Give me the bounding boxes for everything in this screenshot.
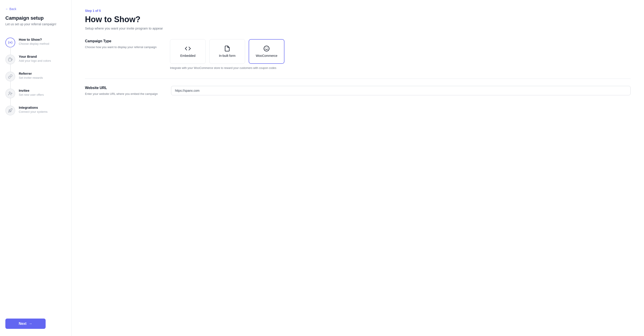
next-button[interactable]: Next → [5, 318, 46, 329]
step-name-how-to-show: How to Show? [19, 38, 66, 41]
website-url-title: Website URL [85, 86, 158, 90]
inbuilt-form-label: In-built form [219, 54, 236, 58]
step-item-invitee[interactable]: Invitee Set new user offers [5, 85, 66, 102]
step-icon-referrer [5, 72, 15, 81]
sidebar: ← Back Campaign setup Let us set up your… [0, 0, 72, 336]
step-icon-integrations [5, 106, 15, 115]
arrow-right-icon: → [28, 322, 32, 326]
step-text-referrer: Referrer Set inviter rewards [19, 72, 66, 79]
step-label: Step 1 of 5 [85, 9, 630, 13]
campaign-type-label: Campaign Type Choose how you want to dis… [85, 39, 156, 50]
type-card-inbuilt-form[interactable]: In-built form [209, 39, 245, 64]
step-desc-integrations: Connect your systems [19, 110, 66, 113]
sidebar-title: Campaign setup [5, 15, 66, 21]
svg-point-0 [10, 42, 11, 43]
campaign-type-title: Campaign Type [85, 39, 156, 43]
step-desc-your-brand: Add your logo and colors [19, 59, 66, 62]
inbuilt-form-icon [224, 46, 230, 52]
section-divider [85, 79, 630, 79]
website-url-label: Website URL Enter your website URL where… [85, 86, 158, 96]
woocommerce-label: WooCommerce [256, 54, 278, 58]
page-title: How to Show? [85, 15, 630, 24]
step-name-your-brand: Your Brand [19, 55, 66, 58]
step-text-invitee: Invitee Set new user offers [19, 89, 66, 96]
woocommerce-icon [264, 46, 270, 52]
step-text-integrations: Integrations Connect your systems [19, 106, 66, 113]
embedded-label: Embedded [180, 54, 196, 58]
embedded-icon [185, 46, 191, 52]
step-text-your-brand: Your Brand Add your logo and colors [19, 55, 66, 62]
svg-point-4 [9, 92, 10, 94]
campaign-types-wrapper: Embedded In-built form [170, 39, 284, 70]
svg-point-7 [264, 46, 269, 51]
step-name-integrations: Integrations [19, 106, 66, 109]
step-desc-invitee: Set new user offers [19, 93, 66, 96]
campaign-type-desc: Choose how you want to display your refe… [85, 45, 156, 50]
next-label: Next [19, 322, 26, 326]
back-link[interactable]: ← Back [5, 7, 66, 11]
step-desc-referrer: Set inviter rewards [19, 76, 66, 79]
website-url-input[interactable] [171, 86, 630, 95]
sidebar-subtitle: Let us set up your referral campaign! [5, 22, 66, 26]
type-card-woocommerce[interactable]: WooCommerce [249, 39, 284, 64]
step-item-referrer[interactable]: Referrer Set inviter rewards [5, 68, 66, 85]
website-url-desc: Enter your website URL where you embed t… [85, 92, 158, 96]
main-content: Step 1 of 5 How to Show? Setup where you… [72, 0, 644, 336]
type-card-embedded[interactable]: Embedded [170, 39, 206, 64]
step-icon-your-brand [5, 55, 15, 65]
step-icon-how-to-show [5, 38, 15, 48]
step-item-your-brand[interactable]: Your Brand Add your logo and colors [5, 51, 66, 68]
woo-note: Integrate with your WooCommerce store to… [170, 67, 276, 70]
step-text-how-to-show: How to Show? Choose display method [19, 38, 66, 46]
campaign-types: Embedded In-built form [170, 39, 284, 64]
step-name-invitee: Invitee [19, 89, 66, 92]
step-name-referrer: Referrer [19, 72, 66, 75]
step-item-how-to-show[interactable]: How to Show? Choose display method [5, 34, 66, 51]
step-item-integrations[interactable]: Integrations Connect your systems [5, 102, 66, 119]
campaign-type-section: Campaign Type Choose how you want to dis… [85, 39, 630, 70]
page-desc: Setup where you want your invite program… [85, 27, 630, 30]
steps-list: How to Show? Choose display method Your … [5, 34, 66, 318]
step-icon-invitee [5, 89, 15, 98]
website-url-section: Website URL Enter your website URL where… [85, 86, 630, 96]
step-desc-how-to-show: Choose display method [19, 42, 66, 46]
